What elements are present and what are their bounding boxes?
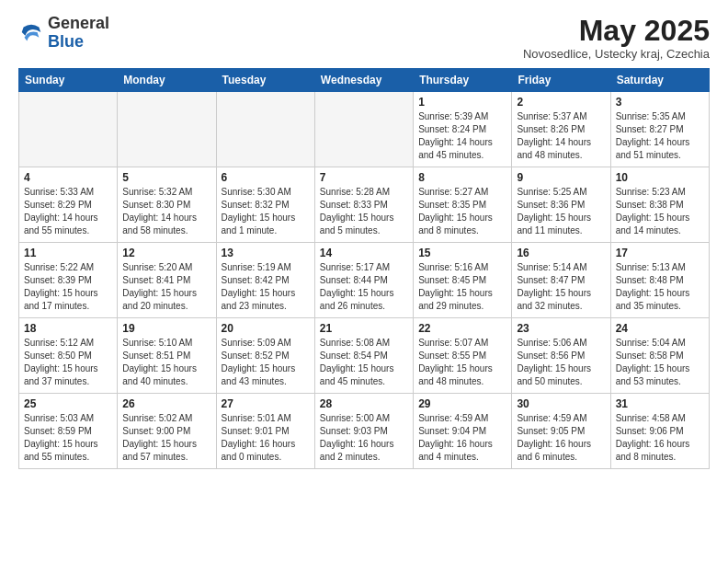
month-title: May 2025	[523, 15, 710, 47]
calendar-header-row: Sunday Monday Tuesday Wednesday Thursday…	[19, 69, 710, 92]
day-info: Sunrise: 5:37 AM Sunset: 8:26 PM Dayligh…	[517, 110, 605, 162]
calendar-week-2: 4Sunrise: 5:33 AM Sunset: 8:29 PM Daylig…	[19, 167, 710, 243]
day-number: 21	[320, 322, 408, 335]
calendar-cell: 14Sunrise: 5:17 AM Sunset: 8:44 PM Dayli…	[314, 243, 413, 318]
day-info: Sunrise: 5:25 AM Sunset: 8:36 PM Dayligh…	[517, 186, 605, 237]
day-number: 25	[24, 397, 112, 410]
day-info: Sunrise: 5:14 AM Sunset: 8:47 PM Dayligh…	[517, 261, 605, 313]
header: General Blue May 2025 Novosedlice, Ustec…	[18, 15, 710, 61]
calendar-cell	[118, 92, 216, 167]
calendar-cell: 8Sunrise: 5:27 AM Sunset: 8:35 PM Daylig…	[414, 167, 512, 243]
day-number: 14	[320, 247, 408, 259]
day-number: 1	[418, 96, 506, 109]
day-number: 3	[616, 96, 704, 109]
day-info: Sunrise: 5:28 AM Sunset: 8:33 PM Dayligh…	[320, 186, 408, 237]
calendar-cell: 13Sunrise: 5:19 AM Sunset: 8:42 PM Dayli…	[216, 243, 314, 318]
day-number: 12	[122, 247, 210, 259]
day-number: 16	[517, 247, 605, 259]
day-info: Sunrise: 5:30 AM Sunset: 8:32 PM Dayligh…	[222, 186, 310, 237]
day-info: Sunrise: 5:09 AM Sunset: 8:52 PM Dayligh…	[222, 337, 310, 388]
calendar-cell: 4Sunrise: 5:33 AM Sunset: 8:29 PM Daylig…	[19, 167, 118, 243]
calendar-cell: 26Sunrise: 5:02 AM Sunset: 9:00 PM Dayli…	[118, 394, 216, 469]
page-container: General Blue May 2025 Novosedlice, Ustec…	[0, 0, 728, 478]
day-info: Sunrise: 5:19 AM Sunset: 8:42 PM Dayligh…	[222, 261, 310, 313]
day-number: 9	[517, 171, 605, 184]
day-info: Sunrise: 5:12 AM Sunset: 8:50 PM Dayligh…	[24, 337, 112, 388]
day-number: 10	[616, 171, 704, 184]
day-info: Sunrise: 5:17 AM Sunset: 8:44 PM Dayligh…	[320, 261, 408, 313]
calendar-week-1: 1Sunrise: 5:39 AM Sunset: 8:24 PM Daylig…	[19, 92, 710, 167]
location-subtitle: Novosedlice, Ustecky kraj, Czechia	[523, 47, 710, 61]
day-number: 13	[222, 247, 310, 259]
calendar-table: Sunday Monday Tuesday Wednesday Thursday…	[18, 68, 710, 469]
calendar-week-3: 11Sunrise: 5:22 AM Sunset: 8:39 PM Dayli…	[19, 243, 710, 318]
calendar-cell: 11Sunrise: 5:22 AM Sunset: 8:39 PM Dayli…	[19, 243, 118, 318]
day-info: Sunrise: 4:59 AM Sunset: 9:04 PM Dayligh…	[418, 412, 506, 464]
col-wednesday: Wednesday	[314, 69, 413, 92]
calendar-cell: 5Sunrise: 5:32 AM Sunset: 8:30 PM Daylig…	[118, 167, 216, 243]
day-info: Sunrise: 5:10 AM Sunset: 8:51 PM Dayligh…	[122, 337, 210, 388]
day-info: Sunrise: 5:32 AM Sunset: 8:30 PM Dayligh…	[122, 186, 210, 237]
calendar-cell: 15Sunrise: 5:16 AM Sunset: 8:45 PM Dayli…	[414, 243, 512, 318]
day-info: Sunrise: 5:20 AM Sunset: 8:41 PM Dayligh…	[122, 261, 210, 313]
day-number: 19	[122, 322, 210, 335]
calendar-cell: 19Sunrise: 5:10 AM Sunset: 8:51 PM Dayli…	[118, 318, 216, 394]
day-number: 15	[418, 247, 506, 259]
day-number: 29	[418, 397, 506, 410]
day-info: Sunrise: 5:22 AM Sunset: 8:39 PM Dayligh…	[24, 261, 112, 313]
day-number: 8	[418, 171, 506, 184]
day-info: Sunrise: 5:00 AM Sunset: 9:03 PM Dayligh…	[320, 412, 408, 464]
calendar-week-4: 18Sunrise: 5:12 AM Sunset: 8:50 PM Dayli…	[19, 318, 710, 394]
day-info: Sunrise: 5:39 AM Sunset: 8:24 PM Dayligh…	[418, 110, 506, 162]
day-info: Sunrise: 5:02 AM Sunset: 9:00 PM Dayligh…	[122, 412, 210, 464]
calendar-cell	[216, 92, 314, 167]
col-sunday: Sunday	[19, 69, 118, 92]
calendar-cell: 10Sunrise: 5:23 AM Sunset: 8:38 PM Dayli…	[610, 167, 709, 243]
day-number: 28	[320, 397, 408, 410]
day-number: 6	[222, 171, 310, 184]
day-info: Sunrise: 5:33 AM Sunset: 8:29 PM Dayligh…	[24, 186, 112, 237]
calendar-cell: 7Sunrise: 5:28 AM Sunset: 8:33 PM Daylig…	[314, 167, 413, 243]
calendar-cell: 30Sunrise: 4:59 AM Sunset: 9:05 PM Dayli…	[512, 394, 610, 469]
calendar-cell: 20Sunrise: 5:09 AM Sunset: 8:52 PM Dayli…	[216, 318, 314, 394]
day-info: Sunrise: 5:07 AM Sunset: 8:55 PM Dayligh…	[418, 337, 506, 388]
calendar-cell: 9Sunrise: 5:25 AM Sunset: 8:36 PM Daylig…	[512, 167, 610, 243]
calendar-cell	[314, 92, 413, 167]
day-info: Sunrise: 5:08 AM Sunset: 8:54 PM Dayligh…	[320, 337, 408, 388]
day-number: 5	[122, 171, 210, 184]
col-monday: Monday	[118, 69, 216, 92]
logo-text: General Blue	[48, 15, 109, 52]
calendar-week-5: 25Sunrise: 5:03 AM Sunset: 8:59 PM Dayli…	[19, 394, 710, 469]
day-info: Sunrise: 4:59 AM Sunset: 9:05 PM Dayligh…	[517, 412, 605, 464]
day-number: 20	[222, 322, 310, 335]
day-info: Sunrise: 5:23 AM Sunset: 8:38 PM Dayligh…	[616, 186, 704, 237]
col-tuesday: Tuesday	[216, 69, 314, 92]
calendar-cell: 31Sunrise: 4:58 AM Sunset: 9:06 PM Dayli…	[610, 394, 709, 469]
calendar-cell: 17Sunrise: 5:13 AM Sunset: 8:48 PM Dayli…	[610, 243, 709, 318]
day-number: 7	[320, 171, 408, 184]
calendar-cell	[19, 92, 118, 167]
col-saturday: Saturday	[610, 69, 709, 92]
calendar-cell: 23Sunrise: 5:06 AM Sunset: 8:56 PM Dayli…	[512, 318, 610, 394]
calendar-cell: 29Sunrise: 4:59 AM Sunset: 9:04 PM Dayli…	[414, 394, 512, 469]
day-info: Sunrise: 5:01 AM Sunset: 9:01 PM Dayligh…	[222, 412, 310, 464]
calendar-cell: 1Sunrise: 5:39 AM Sunset: 8:24 PM Daylig…	[414, 92, 512, 167]
day-info: Sunrise: 5:03 AM Sunset: 8:59 PM Dayligh…	[24, 412, 112, 464]
day-number: 22	[418, 322, 506, 335]
day-info: Sunrise: 4:58 AM Sunset: 9:06 PM Dayligh…	[616, 412, 704, 464]
day-number: 11	[24, 247, 112, 259]
calendar-cell: 12Sunrise: 5:20 AM Sunset: 8:41 PM Dayli…	[118, 243, 216, 318]
day-number: 30	[517, 397, 605, 410]
logo-icon	[18, 20, 44, 46]
calendar-cell: 2Sunrise: 5:37 AM Sunset: 8:26 PM Daylig…	[512, 92, 610, 167]
day-info: Sunrise: 5:35 AM Sunset: 8:27 PM Dayligh…	[616, 110, 704, 162]
calendar-cell: 18Sunrise: 5:12 AM Sunset: 8:50 PM Dayli…	[19, 318, 118, 394]
day-number: 18	[24, 322, 112, 335]
col-thursday: Thursday	[414, 69, 512, 92]
day-info: Sunrise: 5:06 AM Sunset: 8:56 PM Dayligh…	[517, 337, 605, 388]
logo-blue-text: Blue	[48, 33, 109, 52]
calendar-cell: 27Sunrise: 5:01 AM Sunset: 9:01 PM Dayli…	[216, 394, 314, 469]
calendar-cell: 6Sunrise: 5:30 AM Sunset: 8:32 PM Daylig…	[216, 167, 314, 243]
day-info: Sunrise: 5:27 AM Sunset: 8:35 PM Dayligh…	[418, 186, 506, 237]
day-number: 17	[616, 247, 704, 259]
